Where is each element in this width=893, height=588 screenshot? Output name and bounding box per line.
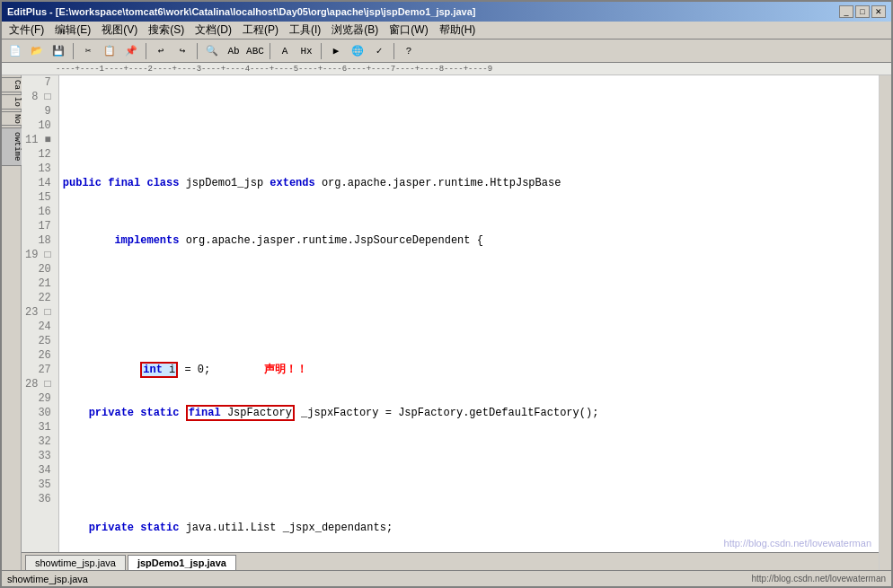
watermark: http://blog.csdn.net/lovewaterman xyxy=(724,536,871,550)
linenum-10: 10 xyxy=(25,118,55,133)
linenum-11: 11 ■ xyxy=(25,133,55,147)
code-line-8: public final class jspDemo1_jsp extends … xyxy=(63,176,875,190)
linenum-14: 14 xyxy=(25,176,55,190)
close-button[interactable]: ✕ xyxy=(871,5,886,18)
menu-project[interactable]: 工程(P) xyxy=(237,21,284,39)
toolbar-sep-1 xyxy=(73,43,74,59)
linenum-24: 24 xyxy=(25,320,55,334)
paste-btn[interactable]: 📌 xyxy=(121,42,141,60)
code-line-14: private static java.util.List _jspx_depe… xyxy=(63,521,875,535)
status-bar: showtime_jsp.java http://blog.csdn.net/l… xyxy=(2,570,891,586)
menu-view[interactable]: 视图(V) xyxy=(96,21,143,39)
menu-edit[interactable]: 编辑(E) xyxy=(49,21,96,39)
linenum-33: 33 xyxy=(25,449,55,463)
linenum-29: 29 xyxy=(25,391,55,406)
replace-btn[interactable]: Ab xyxy=(224,42,243,60)
linenum-26: 26 xyxy=(25,348,55,363)
panel-btn-ca[interactable]: Ca xyxy=(2,77,23,92)
code-content[interactable]: public final class jspDemo1_jsp extends … xyxy=(59,75,879,552)
toolbar-sep-3 xyxy=(197,43,198,59)
tab-bar: showtime_jsp.java jspDemo1_jsp.java xyxy=(22,552,879,570)
ruler: ----+----1----+----2----+----3----+----4… xyxy=(2,63,891,75)
linenum-22: 22 xyxy=(25,291,55,305)
right-scrollbar[interactable] xyxy=(879,75,891,570)
linenum-21: 21 xyxy=(25,276,55,291)
menu-help[interactable]: 帮助(H) xyxy=(434,21,482,39)
code-area: 7 8 □ 9 10 11 ■ 12 13 14 15 16 17 18 19 … xyxy=(22,75,879,570)
font-hx-btn[interactable]: Hx xyxy=(296,42,316,60)
menu-search[interactable]: 搜索(S) xyxy=(143,21,190,39)
linenum-25: 25 xyxy=(25,334,55,348)
redo-btn[interactable]: ↪ xyxy=(172,42,192,60)
cut-btn[interactable]: ✂ xyxy=(78,42,98,60)
linenum-28: 28 □ xyxy=(25,377,55,391)
toolbar-sep-6 xyxy=(393,43,394,59)
linenum-8: 8 □ xyxy=(25,90,55,104)
code-line-11: int i = 0;声明！！ xyxy=(63,348,875,363)
linenum-19: 19 □ xyxy=(25,248,55,262)
menu-window[interactable]: 窗口(W) xyxy=(384,21,433,39)
status-filename: showtime_jsp.java xyxy=(7,574,88,584)
search-btn[interactable]: 🔍 xyxy=(202,42,222,60)
menu-tools[interactable]: 工具(I) xyxy=(284,21,326,39)
title-bar: EditPlus - [E:\workspace\tomcat6\work\Ca… xyxy=(2,2,891,22)
linenum-18: 18 xyxy=(25,233,55,248)
window-title: EditPlus - [E:\workspace\tomcat6\work\Ca… xyxy=(7,6,475,17)
linenum-31: 31 xyxy=(25,420,55,434)
toolbar-sep-5 xyxy=(321,43,322,59)
code-line-13 xyxy=(63,463,875,478)
save-btn[interactable]: 💾 xyxy=(49,42,68,60)
open-btn[interactable]: 📂 xyxy=(27,42,47,60)
status-left: showtime_jsp.java xyxy=(7,574,88,584)
linenum-17: 17 xyxy=(25,219,55,233)
check-btn[interactable]: ✓ xyxy=(369,42,389,60)
linenum-34: 34 xyxy=(25,463,55,478)
menu-browser[interactable]: 浏览器(B) xyxy=(326,21,384,39)
linenum-7: 7 xyxy=(25,75,55,90)
tab-showtime[interactable]: showtime_jsp.java xyxy=(25,555,126,570)
linenum-12: 12 xyxy=(25,147,55,162)
panel-btn-lo[interactable]: lo xyxy=(2,94,23,110)
toolbar-sep-4 xyxy=(270,43,270,59)
panel-btn-no[interactable]: No xyxy=(2,111,23,127)
minimize-button[interactable]: _ xyxy=(839,5,853,18)
linenum-32: 32 xyxy=(25,434,55,449)
code-line-12: private static final JspFactory _jspxFac… xyxy=(63,406,875,420)
annotation-shengming: 声明！！ xyxy=(264,364,307,376)
main-area: Ca lo No owtime 7 8 □ 9 10 11 ■ 12 13 14… xyxy=(2,75,891,570)
linenum-16: 16 xyxy=(25,205,55,219)
help-btn[interactable]: ? xyxy=(399,42,419,60)
linenum-35: 35 xyxy=(25,478,55,492)
main-window: EditPlus - [E:\workspace\tomcat6\work\Ca… xyxy=(0,0,893,588)
linenum-23: 23 □ xyxy=(25,305,55,320)
int-highlight: int i xyxy=(140,362,178,378)
menu-bar: 文件(F) 编辑(E) 视图(V) 搜索(S) 文档(D) 工程(P) 工具(I… xyxy=(2,22,891,39)
ruler-text: ----+----1----+----2----+----3----+----4… xyxy=(56,65,492,74)
menu-doc[interactable]: 文档(D) xyxy=(190,21,237,39)
run-btn[interactable]: ▶ xyxy=(326,42,346,60)
spellcheck-btn[interactable]: ABC xyxy=(245,42,265,60)
maximize-button[interactable]: □ xyxy=(855,5,870,18)
menu-file[interactable]: 文件(F) xyxy=(4,21,49,39)
linenum-15: 15 xyxy=(25,190,55,205)
copy-btn[interactable]: 📋 xyxy=(100,42,119,60)
code-line-9: implements org.apache.jasper.runtime.Jsp… xyxy=(63,233,875,248)
tab-jspDemo1[interactable]: jspDemo1_jsp.java xyxy=(128,555,236,570)
linenum-20: 20 xyxy=(25,262,55,276)
linenum-30: 30 xyxy=(25,406,55,420)
code-wrapper: 7 8 □ 9 10 11 ■ 12 13 14 15 16 17 18 19 … xyxy=(22,75,879,552)
browser-btn[interactable]: 🌐 xyxy=(348,42,367,60)
window-controls: _ □ ✕ xyxy=(839,5,886,18)
linenum-27: 27 xyxy=(25,363,55,377)
panel-btn-owtime[interactable]: owtime xyxy=(2,127,23,165)
linenum-9: 9 xyxy=(25,104,55,118)
code-line-7 xyxy=(63,118,875,133)
line-numbers: 7 8 □ 9 10 11 ■ 12 13 14 15 16 17 18 19 … xyxy=(22,75,59,552)
left-outer-panel: Ca lo No owtime xyxy=(2,75,22,570)
code-line-10 xyxy=(63,291,875,305)
linenum-13: 13 xyxy=(25,162,55,176)
new-btn[interactable]: 📄 xyxy=(5,42,25,60)
font-a-btn[interactable]: A xyxy=(275,42,295,60)
status-right: http://blog.csdn.net/lovewaterman xyxy=(751,574,886,584)
undo-btn[interactable]: ↩ xyxy=(151,42,171,60)
